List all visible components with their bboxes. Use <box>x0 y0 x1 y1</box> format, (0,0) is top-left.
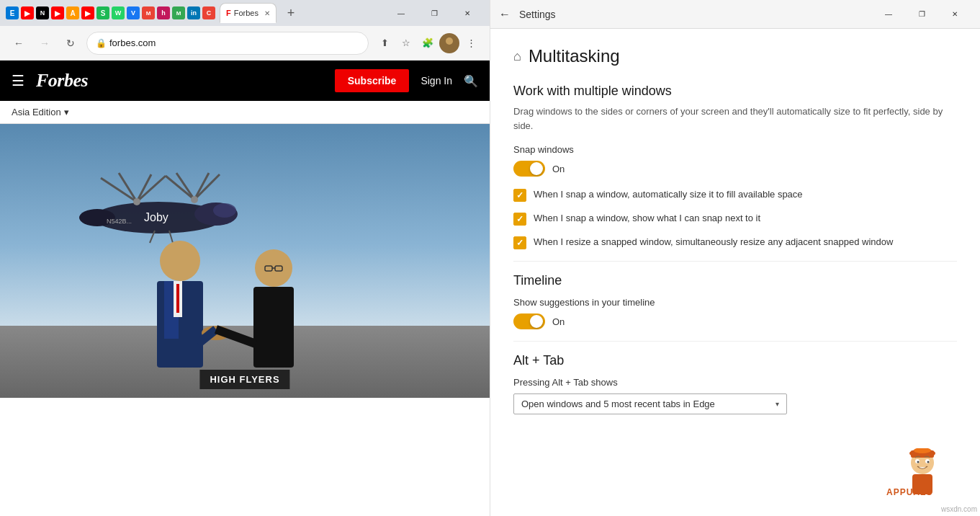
appuals-logo: APPUALS <box>879 448 966 499</box>
tab-yt3[interactable]: ▶ <box>81 6 94 19</box>
subscribe-button[interactable]: Subscribe <box>335 69 410 92</box>
snap-checkbox-2-row: ✓ When I snap a window, show what I can … <box>513 212 957 226</box>
tab-forbes-favicon: F <box>226 9 231 17</box>
tab-gmail1[interactable]: M <box>142 6 155 19</box>
browser-title-bar: E ▶ N ▶ A ▶ S W V M h M in C F Forbes ✕ … <box>0 0 490 26</box>
close-button[interactable]: ✕ <box>451 2 484 24</box>
refresh-button[interactable]: ↻ <box>60 33 81 53</box>
tab-yt2[interactable]: ▶ <box>51 6 64 19</box>
back-button[interactable]: ← <box>9 33 29 53</box>
maximize-button[interactable]: ❐ <box>418 2 451 24</box>
settings-window-title: Settings <box>519 9 872 20</box>
timeline-show-label: Show suggestions in your timeline <box>513 297 957 308</box>
new-tab-button[interactable]: + <box>281 3 301 23</box>
home-icon: ⌂ <box>513 49 521 64</box>
snap-toggle[interactable] <box>513 161 545 177</box>
svg-point-9 <box>133 198 140 205</box>
lock-icon: 🔒 <box>96 38 107 48</box>
svg-point-3 <box>213 203 236 218</box>
bookmark-button[interactable]: ☆ <box>396 33 416 53</box>
forward-button[interactable]: → <box>35 33 55 53</box>
menu-button[interactable]: ⋮ <box>461 33 481 53</box>
settings-maximize-button[interactable]: ❐ <box>905 3 938 26</box>
forbes-hero-image: Joby N542B... <box>0 124 490 398</box>
tab-linkedin[interactable]: in <box>187 6 200 19</box>
url-display: forbes.com <box>109 37 359 48</box>
settings-page-title-row: ⌂ Multitasking <box>513 46 957 66</box>
share-button[interactable]: ⬆ <box>374 33 395 53</box>
forbes-menu-icon[interactable]: ☰ <box>12 72 24 89</box>
svg-rect-25 <box>253 287 294 368</box>
checkmark-icon: ✓ <box>516 190 523 200</box>
tab-v[interactable]: V <box>127 6 140 19</box>
snap-checkbox-3-label: When I resize a snapped window, simultan… <box>534 236 893 249</box>
svg-line-7 <box>119 173 137 202</box>
timeline-section-title: Timeline <box>513 273 957 288</box>
forbes-search-icon[interactable]: 🔍 <box>464 74 478 88</box>
snap-toggle-row: On <box>513 161 957 177</box>
tab-spotify[interactable]: S <box>96 6 109 19</box>
alt-tab-section-title: Alt + Tab <box>513 353 957 368</box>
address-bar: ← → ↻ 🔒 forbes.com ⬆ ☆ 🧩 ⋮ <box>0 26 490 61</box>
timeline-toggle-label: On <box>552 316 565 327</box>
timeline-toggle-knob <box>530 315 543 328</box>
svg-text:Joby: Joby <box>144 211 168 223</box>
tab-cal[interactable]: C <box>202 6 215 19</box>
timeline-toggle-area: Show suggestions in your timeline On <box>513 297 957 329</box>
svg-point-39 <box>927 461 930 463</box>
checkmark-icon-2: ✓ <box>516 214 523 224</box>
snap-windows-label: Snap windows <box>513 144 957 155</box>
tab-yt1[interactable]: ▶ <box>21 6 34 19</box>
avatar-icon <box>441 35 457 51</box>
extensions-button[interactable]: 🧩 <box>418 33 438 53</box>
snap-checkbox-3-row: ✓ When I resize a snapped window, simult… <box>513 236 957 249</box>
appuals-watermark: APPUALS <box>879 448 966 502</box>
pinned-tabs: E ▶ N ▶ A ▶ S W V M h M in C <box>6 6 215 19</box>
tab-forbes-active[interactable]: F Forbes ✕ <box>220 3 277 23</box>
snap-checkbox-2[interactable]: ✓ <box>513 213 526 226</box>
dropdown-selected-value: Open windows and 5 most recent tabs in E… <box>521 399 770 409</box>
address-input-container[interactable]: 🔒 forbes.com <box>86 32 369 55</box>
svg-point-0 <box>446 37 453 45</box>
settings-close-button[interactable]: ✕ <box>938 3 971 26</box>
svg-line-8 <box>137 174 151 202</box>
edition-selector[interactable]: Asia Edition ▾ <box>0 101 490 124</box>
checkmark-icon-3: ✓ <box>516 238 523 248</box>
alt-tab-dropdown[interactable]: Open windows and 5 most recent tabs in E… <box>513 393 787 414</box>
svg-text:N542B...: N542B... <box>107 218 132 225</box>
signin-link[interactable]: Sign In <box>421 75 452 86</box>
snap-checkbox-2-label: When I snap a window, show what I can sn… <box>534 212 760 225</box>
snap-checkbox-1-row: ✓ When I snap a window, automatically si… <box>513 188 957 202</box>
tab-whatsapp[interactable]: W <box>112 6 125 19</box>
svg-text:APPUALS: APPUALS <box>886 487 932 497</box>
minimize-button[interactable]: — <box>385 2 418 24</box>
dropdown-arrow-icon: ▾ <box>776 400 779 408</box>
snap-windows-section: Work with multiple windows Drag windows … <box>513 84 957 249</box>
tab-amazon[interactable]: A <box>66 6 79 19</box>
snap-checkbox-1-label: When I snap a window, automatically size… <box>534 188 803 201</box>
window-controls: — ❐ ✕ <box>385 2 484 24</box>
settings-window: ← Settings — ❐ ✕ ⌂ Multitasking Work wit… <box>490 0 980 516</box>
tab-close-icon[interactable]: ✕ <box>264 9 270 17</box>
profile-button[interactable] <box>439 33 459 53</box>
timeline-toggle[interactable] <box>513 313 545 329</box>
svg-line-6 <box>137 176 166 202</box>
settings-content-area: ⌂ Multitasking Work with multiple window… <box>490 29 980 516</box>
tab-edge[interactable]: E <box>6 6 19 19</box>
tab-gmail2[interactable]: M <box>172 6 185 19</box>
tab-h[interactable]: h <box>157 6 170 19</box>
snap-checkbox-3[interactable]: ✓ <box>513 236 526 249</box>
timeline-toggle-row: On <box>513 313 957 329</box>
snap-checkbox-1[interactable]: ✓ <box>513 189 526 202</box>
edition-label: Asia Edition <box>12 107 61 117</box>
forbes-logo: Forbes <box>36 70 88 92</box>
settings-back-button[interactable]: ← <box>499 8 511 21</box>
svg-rect-23 <box>176 284 179 313</box>
settings-window-controls: — ❐ ✕ <box>872 3 971 26</box>
alt-tab-dropdown-area: Pressing Alt + Tab shows Open windows an… <box>513 377 957 414</box>
alt-tab-section: Alt + Tab Pressing Alt + Tab shows Open … <box>513 353 957 414</box>
settings-minimize-button[interactable]: — <box>872 3 905 26</box>
svg-point-14 <box>191 196 198 203</box>
tab-n[interactable]: N <box>36 6 49 19</box>
forbes-navbar: ☰ Forbes Subscribe Sign In 🔍 <box>0 61 490 101</box>
